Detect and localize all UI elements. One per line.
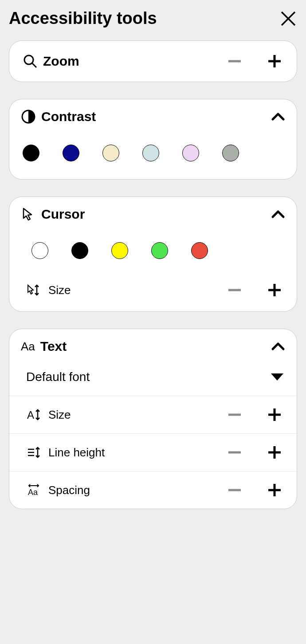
accessibility-panel: Accessibility tools Zoom [0, 0, 306, 535]
line-height-label: Line height [48, 446, 105, 459]
cursor-swatch-green[interactable] [151, 242, 168, 259]
contrast-swatch-cream[interactable] [102, 145, 119, 161]
line-height-increase-button[interactable] [266, 444, 283, 461]
minus-icon [227, 53, 243, 69]
zoom-icon [23, 54, 38, 69]
text-size-label: Size [48, 408, 71, 422]
font-select-label: Default font [26, 370, 90, 384]
chevron-up-icon [271, 210, 285, 219]
text-collapse-button[interactable] [271, 342, 285, 351]
text-card: Aa Text Default font A [9, 329, 297, 509]
cursor-icon [21, 207, 36, 222]
line-height-decrease-button[interactable] [226, 444, 243, 461]
contrast-icon [21, 109, 36, 124]
panel-header: Accessibility tools [9, 9, 297, 28]
svg-line-3 [32, 63, 36, 67]
cursor-swatch-white[interactable] [31, 242, 48, 259]
contrast-card: Contrast [9, 99, 297, 180]
plus-icon [267, 53, 282, 69]
zoom-card: Zoom [9, 40, 297, 82]
chevron-up-icon [271, 342, 285, 351]
spacing-decrease-button[interactable] [226, 481, 243, 499]
caret-down-icon [271, 373, 283, 381]
text-size-decrease-button[interactable] [226, 406, 243, 424]
contrast-swatch-grey[interactable] [222, 145, 239, 161]
zoom-label: Zoom [43, 54, 79, 69]
plus-icon [267, 444, 282, 460]
cursor-size-label: Size [48, 283, 71, 297]
minus-icon [227, 444, 243, 460]
contrast-swatch-lightblue[interactable] [142, 145, 159, 161]
line-height-icon [26, 445, 41, 460]
text-label: Text [40, 339, 67, 354]
spacing-label: Spacing [48, 483, 90, 497]
plus-icon [267, 482, 282, 498]
zoom-increase-button[interactable] [266, 52, 283, 70]
svg-text:A: A [27, 409, 34, 421]
contrast-swatch-navy[interactable] [63, 145, 79, 161]
text-size-icon: A [26, 407, 41, 422]
minus-icon [227, 482, 243, 498]
plus-icon [267, 282, 282, 298]
plus-icon [267, 407, 282, 423]
contrast-label: Contrast [41, 109, 96, 124]
font-select[interactable]: Default font [9, 362, 297, 396]
contrast-swatch-black[interactable] [23, 145, 39, 161]
close-button[interactable] [279, 10, 297, 27]
contrast-swatch-lavender[interactable] [182, 145, 199, 161]
cursor-card: Cursor S [9, 196, 297, 312]
minus-icon [227, 282, 243, 298]
zoom-decrease-button[interactable] [226, 52, 243, 70]
cursor-label: Cursor [41, 207, 85, 222]
spacing-icon: Aa [26, 483, 41, 498]
cursor-swatches [9, 230, 297, 277]
close-icon [280, 10, 297, 27]
cursor-swatch-black[interactable] [71, 242, 88, 259]
svg-point-2 [24, 55, 33, 64]
contrast-collapse-button[interactable] [271, 112, 285, 121]
cursor-size-icon [26, 283, 41, 298]
minus-icon [227, 407, 243, 423]
cursor-size-decrease-button[interactable] [226, 281, 243, 299]
svg-text:Aa: Aa [28, 488, 38, 497]
cursor-swatch-red[interactable] [191, 242, 208, 259]
contrast-swatches [9, 132, 297, 179]
spacing-increase-button[interactable] [266, 481, 283, 499]
text-size-increase-button[interactable] [266, 406, 283, 424]
panel-title: Accessibility tools [9, 9, 157, 28]
text-icon: Aa [21, 340, 35, 353]
cursor-collapse-button[interactable] [271, 210, 285, 219]
cursor-size-increase-button[interactable] [266, 281, 283, 299]
chevron-up-icon [271, 112, 285, 121]
cursor-swatch-yellow[interactable] [111, 242, 128, 259]
